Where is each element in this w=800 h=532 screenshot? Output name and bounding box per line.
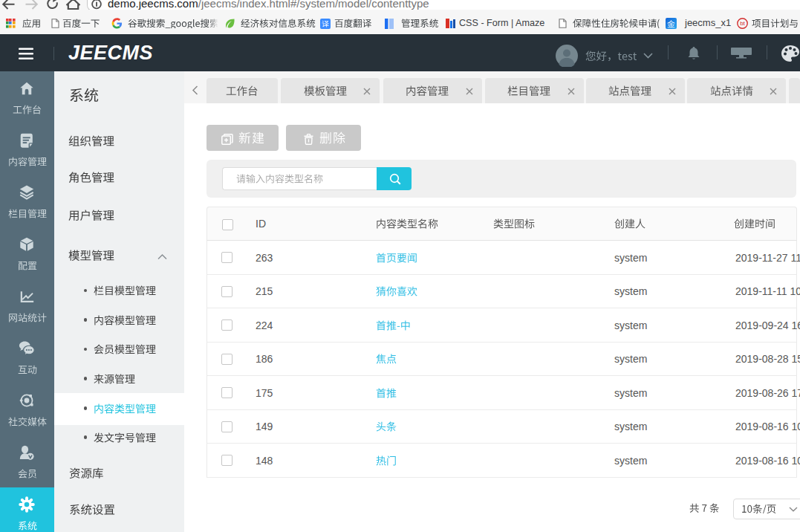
svg-text:bt: bt — [740, 20, 745, 27]
